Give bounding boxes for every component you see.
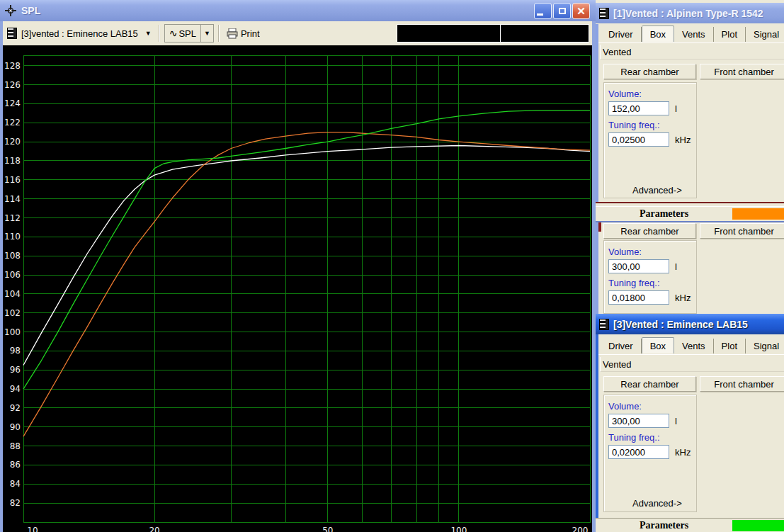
window1-rear-chamber-button[interactable]: Rear chamber [603, 64, 696, 79]
spl-window: SPL ✕ [3]vented : Eminence LAB15 ▼ ∿ SPL… [0, 0, 596, 532]
x-axis-tick-label: 10 [27, 526, 38, 532]
tab-signal[interactable]: Signal [746, 27, 784, 42]
window2-volume-input[interactable] [608, 259, 669, 273]
window1-left-border [596, 24, 598, 202]
print-button[interactable]: Print [227, 28, 260, 39]
y-axis-tick-label: 92 [10, 403, 21, 413]
y-axis-tick-label: 116 [4, 175, 21, 185]
window3-titlebar[interactable]: [3]Vented : Eminence LAB15 [596, 314, 784, 334]
window3-rear-chamber-button[interactable]: Rear chamber [603, 376, 696, 392]
tab-plot[interactable]: Plot [714, 27, 746, 42]
window3-rear-chamber-group: Volume: l Tuning freq.: kHz Advanced-> [603, 395, 697, 512]
volume-label: Volume: [608, 247, 696, 257]
tab-box[interactable]: Box [642, 26, 674, 42]
graph-type-value: SPL [178, 28, 196, 39]
crosshair-icon [5, 5, 16, 16]
parameters-label: Parameters [596, 208, 732, 220]
front-chamber-label: Front chamber [714, 67, 774, 77]
y-axis-tick-label: 86 [10, 460, 21, 470]
y-axis-tick-label: 120 [4, 137, 21, 147]
tuning-unit: kHz [675, 447, 691, 459]
tab-vents[interactable]: Vents [674, 339, 714, 353]
enclosure-type-label: Vented [603, 47, 632, 57]
close-button[interactable]: ✕ [572, 3, 590, 19]
project-selector[interactable]: [3]vented : Eminence LAB15 ▼ [21, 28, 154, 39]
window-edge [596, 202, 784, 203]
window2-rear-chamber-button[interactable]: Rear chamber [603, 223, 696, 239]
window2-tuning-input[interactable] [608, 290, 669, 305]
y-axis-tick-label: 114 [4, 194, 21, 204]
window3-advanced-link[interactable]: Advanced-> [632, 498, 682, 509]
printer-icon [227, 28, 238, 39]
window3-front-chamber-button[interactable]: Front chamber [700, 376, 784, 392]
parameters-bar-2[interactable]: Parameters [596, 518, 784, 532]
front-chamber-label: Front chamber [714, 379, 774, 390]
tuning-freq-label: Tuning freq.: [608, 278, 696, 288]
tuning-freq-label: Tuning freq.: [608, 432, 696, 443]
window1-enclosure-type: Vented [600, 45, 784, 60]
y-axis-tick-label: 124 [4, 98, 21, 108]
y-axis-tick-label: 88 [10, 441, 21, 451]
tab-box[interactable]: Box [642, 337, 674, 353]
graph-type-dropdown[interactable]: ▼ [200, 25, 213, 42]
readout-value [501, 25, 589, 42]
minimize-button[interactable] [534, 3, 552, 19]
front-chamber-label: Front chamber [714, 226, 774, 237]
parameters-bar-1[interactable]: Parameters [596, 206, 784, 221]
panel-dock: [1]Vented : Alpinen Type-R 1542 DriverBo… [596, 0, 784, 532]
curve-color-swatch-green[interactable] [732, 520, 784, 531]
spl-chart[interactable]: 1281261241221201181161141121101081061041… [3, 45, 592, 532]
chevron-down-icon: ▼ [204, 30, 210, 37]
window1-advanced-link[interactable]: Advanced-> [632, 185, 682, 196]
window2-top-border [596, 221, 784, 222]
curve-color-swatch-orange[interactable] [732, 208, 784, 220]
tab-driver[interactable]: Driver [601, 339, 642, 353]
maximize-button[interactable] [553, 3, 571, 19]
window3-tuning-input[interactable] [608, 445, 669, 459]
volume-label: Volume: [608, 89, 696, 99]
graph-type-selector[interactable]: ∿ SPL ▼ [164, 24, 214, 43]
spl-plot[interactable]: 1281261241221201181161141121101081061041… [3, 45, 592, 532]
tab-driver[interactable]: Driver [601, 27, 642, 42]
tuning-unit: kHz [675, 135, 691, 147]
window1-tabs: DriverBoxVentsPlotSignal [598, 25, 784, 42]
tabpage-edge [598, 43, 784, 43]
parameters-label: Parameters [596, 520, 732, 531]
y-axis-tick-label: 104 [4, 289, 21, 299]
spl-titlebar[interactable]: SPL ✕ [0, 0, 596, 21]
rear-chamber-label: Rear chamber [620, 379, 678, 390]
cursor-readouts [397, 24, 589, 43]
x-axis-tick-label: 200 [572, 526, 589, 532]
waveform-icon: ∿ [169, 28, 178, 39]
chevron-down-icon[interactable]: ▼ [142, 28, 154, 38]
y-axis-tick-label: 82 [10, 498, 21, 508]
window1-front-chamber-button[interactable]: Front chamber [700, 64, 784, 79]
tab-plot[interactable]: Plot [714, 339, 746, 353]
rear-chamber-label: Rear chamber [620, 67, 678, 77]
tab-vents[interactable]: Vents [674, 27, 714, 42]
window3-volume-input[interactable] [608, 414, 669, 428]
toolbar-separator [218, 25, 220, 42]
tab-signal[interactable]: Signal [746, 339, 784, 353]
y-axis-tick-label: 100 [4, 327, 21, 337]
window3-tabs: DriverBoxVentsPlotSignal [598, 336, 784, 353]
plot-background [3, 45, 592, 532]
volume-unit: l [675, 103, 677, 115]
tuning-unit: kHz [675, 293, 691, 305]
x-axis-tick-label: 20 [149, 526, 159, 532]
window-icon [599, 319, 609, 330]
enclosure-type-label: Vented [603, 359, 632, 370]
window1-title: [1]Vented : Alpinen Type-R 1542 [613, 8, 763, 19]
window1-titlebar[interactable]: [1]Vented : Alpinen Type-R 1542 [596, 3, 784, 23]
window1-rear-chamber-group: Volume: l Tuning freq.: kHz Advanced-> [603, 82, 697, 198]
window1-volume-input[interactable] [608, 101, 669, 115]
y-axis-tick-label: 102 [4, 308, 21, 318]
window-icon [599, 8, 609, 19]
y-axis-tick-label: 94 [10, 384, 21, 394]
readout-frequency [397, 25, 500, 42]
window2-front-chamber-button[interactable]: Front chamber [700, 223, 784, 239]
window1-tuning-input[interactable] [608, 132, 669, 147]
y-axis-tick-label: 118 [4, 156, 21, 166]
volume-label: Volume: [608, 401, 696, 412]
y-axis-tick-label: 110 [4, 232, 21, 242]
